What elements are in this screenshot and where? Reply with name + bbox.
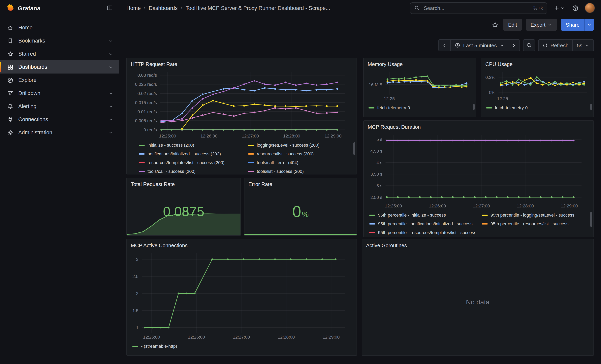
panel-title[interactable]: HTTP Request Rate <box>127 58 357 68</box>
mcp-request-duration-chart[interactable]: 12:25:0012:26:0012:27:0012:28:0012:29:00… <box>365 132 590 210</box>
legend-item[interactable]: 95th percentile - resources/list - succe… <box>482 220 587 227</box>
svg-text:12:28:00: 12:28:00 <box>517 204 534 208</box>
legend-item[interactable]: 95th percentile - logging/setLevel - suc… <box>482 211 587 218</box>
share-dropdown-button[interactable] <box>584 19 594 31</box>
sidebar-item-label: Dashboards <box>18 64 47 70</box>
chevron-down-icon <box>561 6 565 10</box>
legend-scrollbar[interactable] <box>590 104 592 110</box>
legend-item[interactable]: resources/templates/list - success (200) <box>139 159 241 166</box>
sidebar-item-alerting[interactable]: Alerting <box>0 100 119 113</box>
legend-item[interactable]: 95th percentile - initialize - success <box>369 211 475 218</box>
sidebar-toggle-button[interactable] <box>106 4 114 12</box>
legend-label: fetch-telemetry-0 <box>495 105 528 110</box>
legend-item[interactable]: resources/list - success (200) <box>248 150 350 157</box>
cog-icon <box>7 129 13 136</box>
svg-text:16 MiB: 16 MiB <box>369 82 382 87</box>
edit-button[interactable]: Edit <box>503 19 522 31</box>
sidebar-item-dashboards[interactable]: Dashboards <box>0 60 119 74</box>
svg-text:0.025 req/s: 0.025 req/s <box>135 82 157 87</box>
bell-icon <box>7 103 13 109</box>
legend-label: tools/call - success (200) <box>148 169 196 174</box>
share-button[interactable]: Share <box>561 19 584 31</box>
zoom-out-button[interactable] <box>523 39 535 51</box>
svg-text:0.02 req/s: 0.02 req/s <box>138 91 157 96</box>
sidebar-item-label: Bookmarks <box>18 38 45 44</box>
panel-total-request-rate: Total Request Rate 0.0875 <box>126 178 241 236</box>
panel-left-icon <box>107 5 113 11</box>
legend-item[interactable]: initialize - success (200) <box>139 141 241 149</box>
sidebar-item-label: Alerting <box>18 103 37 109</box>
panel-title[interactable]: MCP Request Duration <box>364 121 593 131</box>
sidebar-item-connections[interactable]: Connections <box>0 113 119 126</box>
mcp-active-connections-chart[interactable]: 12:25:0012:26:0012:27:0012:28:0012:29:00… <box>128 250 353 341</box>
time-back-button[interactable] <box>438 39 450 51</box>
legend-swatch <box>248 171 254 172</box>
edit-button-label: Edit <box>508 22 517 28</box>
svg-text:5 s: 5 s <box>376 137 382 142</box>
legend-item[interactable]: tools/call - error (404) <box>248 159 350 166</box>
legend-item[interactable]: 95th percentile - notifications/initiali… <box>369 220 475 227</box>
time-forward-button[interactable] <box>508 39 520 51</box>
export-button[interactable]: Export <box>526 19 557 31</box>
svg-text:0.2%: 0.2% <box>485 75 495 80</box>
svg-text:12:28:00: 12:28:00 <box>278 334 295 340</box>
stat-body: 0 % <box>244 188 357 235</box>
favorite-star-button[interactable] <box>491 20 500 29</box>
breadcrumb-item[interactable]: Dashboards <box>149 5 178 11</box>
legend-item[interactable]: logging/setLevel - success (200) <box>248 141 350 149</box>
legend-scrollbar[interactable] <box>353 142 355 155</box>
sidebar-item-explore[interactable]: Explore <box>0 74 119 87</box>
new-button[interactable] <box>553 4 566 12</box>
http-request-rate-chart[interactable]: 12:25:0012:26:0012:27:0012:28:0012:29:00… <box>128 69 353 140</box>
refresh-button[interactable]: Refresh <box>538 39 572 51</box>
panel-mcp-request-duration: MCP Request Duration 12:25:0012:26:0012:… <box>363 120 594 237</box>
sidebar-item-starred[interactable]: Starred <box>0 47 119 60</box>
legend-item[interactable]: tools/call - success (200) <box>139 168 241 174</box>
sidebar-item-drilldown[interactable]: Drilldown <box>0 87 119 100</box>
grafana-logo[interactable] <box>6 4 14 12</box>
legend-item[interactable]: - (streamable-http) <box>132 343 177 350</box>
chevron-right-icon <box>511 43 516 48</box>
svg-text:0.01 req/s: 0.01 req/s <box>138 109 157 114</box>
svg-text:12:25:00: 12:25:00 <box>159 134 176 138</box>
chart-area: 12:25:0012:26:0012:27:0012:28:0012:29:00… <box>365 132 590 210</box>
sidebar-item-administration[interactable]: Administration <box>0 126 119 139</box>
chevron-down-icon <box>587 22 591 27</box>
chart-legend: fetch-telemetry-0 <box>481 103 593 117</box>
panel-cpu-usage: CPU Usage 12:250%0.2% fetch-telemetry-0 <box>481 58 594 117</box>
legend-item[interactable]: notifications/initialized - success (202… <box>139 150 241 157</box>
legend-scrollbar[interactable] <box>590 212 592 227</box>
cpu-usage-chart[interactable]: 12:250%0.2% <box>483 69 590 103</box>
time-range-picker[interactable]: Last 5 minutes <box>450 39 508 51</box>
svg-text:12:26:00: 12:26:00 <box>200 134 217 138</box>
legend-item[interactable]: fetch-telemetry-0 <box>486 104 528 111</box>
breadcrumb-item[interactable]: Home <box>126 5 141 11</box>
panel-title[interactable]: CPU Usage <box>481 58 593 68</box>
top-actions <box>547 3 601 13</box>
help-button[interactable] <box>571 4 580 12</box>
refresh-interval-dropdown[interactable]: 5s <box>572 39 594 51</box>
panel-title[interactable]: Error Rate <box>244 178 357 188</box>
legend-label: 95th percentile - logging/setLevel - suc… <box>491 213 574 217</box>
panel-title[interactable]: Memory Usage <box>364 58 476 68</box>
legend-item[interactable]: fetch-telemetry-0 <box>369 104 410 111</box>
search-input[interactable] <box>423 5 530 11</box>
chart-legend: fetch-telemetry-0 <box>364 103 476 117</box>
sidebar-item-home[interactable]: Home <box>0 21 119 34</box>
panel-error-rate: Error Rate 0 % <box>244 178 357 236</box>
memory-usage-chart[interactable]: 12:2516 MiB <box>365 69 473 103</box>
panel-title[interactable]: Total Request Rate <box>127 178 240 188</box>
legend-item[interactable]: 95th percentile - resources/templates/li… <box>369 229 475 236</box>
stat-number: 0.0875 <box>163 204 204 219</box>
legend-scrollbar[interactable] <box>473 104 475 110</box>
svg-text:12:25:00: 12:25:00 <box>143 334 160 340</box>
search-bar[interactable]: ⌘+k <box>410 2 547 14</box>
sidebar-item-bookmarks[interactable]: Bookmarks <box>0 34 119 47</box>
svg-text:0.015 req/s: 0.015 req/s <box>135 100 157 105</box>
svg-text:12:29:00: 12:29:00 <box>561 204 578 208</box>
user-avatar[interactable] <box>585 3 595 13</box>
panel-title[interactable]: Active Goroutines <box>362 239 593 249</box>
panel-title[interactable]: MCP Active Connections <box>127 239 357 249</box>
legend-item[interactable]: tools/list - success (200) <box>248 168 350 174</box>
sidebar-item-label: Administration <box>18 129 52 136</box>
